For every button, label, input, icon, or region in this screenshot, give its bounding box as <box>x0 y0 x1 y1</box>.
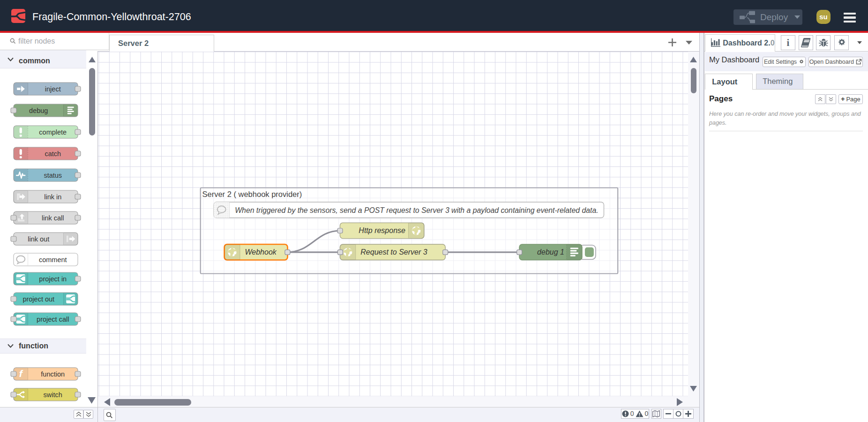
svg-text:When triggered by the sensors,: When triggered by the sensors, send a PO… <box>235 206 598 214</box>
svg-text:Webhook: Webhook <box>245 248 277 256</box>
svg-text:switch: switch <box>44 391 62 399</box>
svg-text:inject: inject <box>45 85 61 93</box>
svg-text:project call: project call <box>37 316 69 323</box>
svg-text:link in: link in <box>44 193 61 201</box>
svg-text:link out: link out <box>28 235 49 243</box>
svg-text:catch: catch <box>45 150 61 158</box>
svg-text:link call: link call <box>42 214 64 222</box>
svg-text:Server 2 ( webhook provider): Server 2 ( webhook provider) <box>202 190 302 198</box>
svg-text:debug 1: debug 1 <box>537 248 564 256</box>
svg-text:complete: complete <box>39 128 67 136</box>
svg-text:Request to Server 3: Request to Server 3 <box>360 248 427 256</box>
svg-text:Http response: Http response <box>359 226 405 234</box>
svg-text:status: status <box>44 172 62 179</box>
svg-text:function: function <box>41 370 65 378</box>
svg-text:debug: debug <box>29 107 48 114</box>
svg-text:comment: comment <box>39 256 67 264</box>
svg-text:project out: project out <box>22 295 54 303</box>
svg-text:project in: project in <box>39 275 67 283</box>
